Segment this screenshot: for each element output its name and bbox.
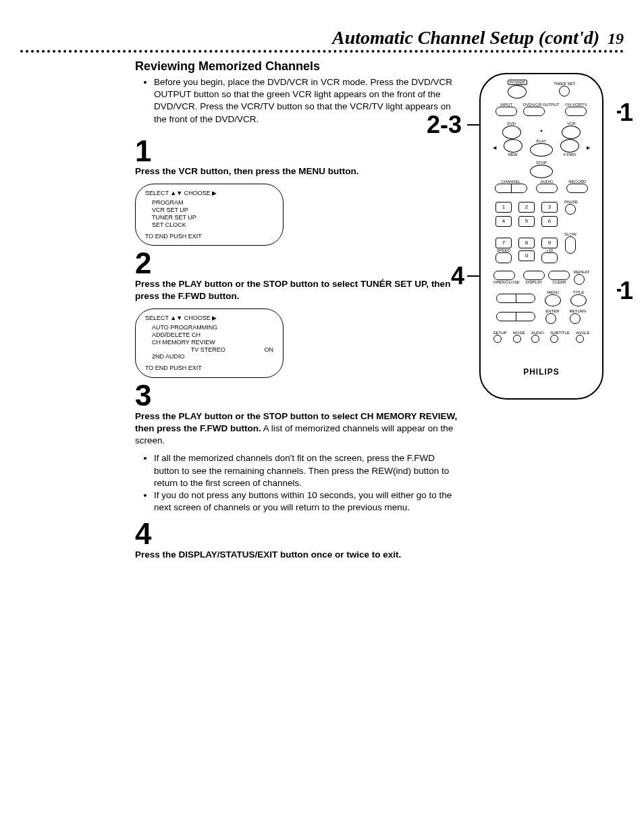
page-title: Automatic Channel Setup (cont'd) (332, 27, 599, 48)
audio2-label: AUDIO (531, 331, 544, 335)
remote-brand: PHILIPS (481, 367, 602, 377)
menu2-item: 2ND AUDIO (152, 353, 273, 360)
t: F.FWD (200, 423, 227, 433)
num-3: 3 (541, 202, 558, 213)
repeat-button (574, 274, 585, 285)
intro-bullets: Before you begin, place the DVD/VCR in V… (135, 76, 459, 126)
t: PLAY (179, 411, 203, 421)
step3-bullet: If you do not press any buttons within 1… (154, 489, 459, 514)
repeat-label: REPEAT (574, 270, 590, 274)
page-header: Automatic Channel Setup (cont'd) 19 (20, 27, 624, 49)
num-4: 4 (495, 216, 512, 227)
t: button once or twice to exit. (277, 549, 401, 560)
step-2-text: Press the PLAY button or the STOP button… (135, 278, 459, 302)
enter-label: ENTER (545, 309, 559, 313)
return-button (570, 313, 581, 324)
step3-bullet: If all the memorized channels don't fit … (154, 452, 459, 489)
t: then press the (135, 423, 200, 433)
output-label: DVD/VCR OUTPUT (523, 103, 559, 107)
val: ON (264, 346, 273, 354)
speed-label: SPEED (495, 248, 512, 252)
t: button or the (202, 279, 263, 289)
speed-button (495, 252, 512, 263)
num-7: 7 (495, 238, 512, 248)
title-label: TITLE (570, 290, 587, 294)
num-9: 9 (541, 238, 558, 248)
nav-pill-1 (496, 294, 535, 303)
title-button (570, 294, 587, 306)
t: Press the (135, 411, 179, 421)
step-3-bullets: If all the memorized channels don't fit … (135, 452, 459, 514)
remote-diagram: POWER TIMER SET INPUT DVD/VCR OUTPUT ON … (479, 73, 603, 400)
main-column: Reviewing Memorized Channels Before you … (135, 59, 459, 566)
callout-4: 4 (451, 262, 464, 290)
t: Press the (135, 549, 179, 560)
step-3-text: Press the PLAY button or the STOP button… (135, 410, 459, 448)
step-4-number: 4 (135, 520, 459, 547)
t: DISPLAY/STATUS/EXIT (179, 549, 278, 560)
record-label: RECORD (566, 180, 588, 184)
dvd-label: DVD (502, 122, 521, 126)
power-button (508, 85, 527, 99)
setup-button (493, 335, 502, 343)
menu2-item: ADD/DELETE CH (152, 331, 273, 339)
menu2-footer: TO END PUSH EXIT (145, 364, 273, 372)
t: PLAY (179, 279, 203, 289)
menu2-item: AUTO PROGRAMMING (152, 324, 273, 331)
menu-label: MENU (545, 290, 561, 294)
rew-button (504, 139, 522, 153)
step-4-text: Press the DISPLAY/STATUS/EXIT button onc… (135, 549, 459, 561)
output-button (523, 107, 545, 116)
menu1-items: PROGRAM VCR SET UP TUNER SET UP SET CLOC… (145, 199, 273, 228)
display-label: DISPLAY (523, 280, 545, 284)
menu2-item: TV STEREO ON (152, 346, 273, 354)
t: Press the (135, 279, 179, 289)
record-button (566, 184, 588, 193)
step-1-text: Press the VCR button, then press the MEN… (135, 165, 459, 178)
menu2-header: SELECT ▲▼ CHOOSE ▶ (145, 315, 273, 322)
menu2-item: CH MEMORY REVIEW (152, 339, 273, 346)
t: F.FWD (178, 291, 206, 301)
num-8: 8 (518, 238, 535, 248)
audio-button (536, 184, 558, 193)
t: button to select (288, 279, 360, 289)
display-button (523, 271, 545, 280)
audio2-button (531, 335, 539, 343)
menu-screen-1: SELECT ▲▼ CHOOSE ▶ PROGRAM VCR SET UP TU… (135, 184, 284, 246)
menu1-item: TUNER SET UP (152, 214, 273, 221)
clear-button (548, 271, 570, 280)
vcrtv-button (565, 107, 587, 116)
menu-screen-2: SELECT ▲▼ CHOOSE ▶ AUTO PROGRAMMING ADD/… (135, 308, 284, 379)
intro-bullet-item: Before you begin, place the DVD/VCR in V… (154, 76, 459, 126)
rew-label: REW (504, 153, 522, 157)
ffwd-button (560, 139, 579, 153)
audio-label: AUDIO (536, 180, 558, 184)
input-button (495, 107, 517, 116)
vcr-button (562, 126, 581, 139)
t: STOP (263, 279, 288, 289)
menu2-items: AUTO PROGRAMMING ADD/DELETE CH CH MEMORY… (145, 324, 273, 360)
num-0: 0 (518, 250, 535, 261)
dvd-button (502, 126, 521, 139)
subtitle-button (550, 335, 558, 343)
t: TUNÉR SET UP, (360, 279, 429, 289)
stop-button (530, 165, 553, 178)
angle-label: ANGLE (576, 331, 589, 335)
menu-button (545, 294, 561, 306)
nav-pill-2 (496, 312, 535, 321)
setup-label: SETUP (493, 331, 507, 335)
t: button. (227, 423, 261, 433)
play-button (530, 143, 553, 157)
vcr-label: VCR (562, 122, 581, 126)
angle-button (576, 335, 584, 343)
power-label: POWER (508, 80, 527, 85)
pause-label: PAUSE (564, 200, 576, 204)
menu1-header: SELECT ▲▼ CHOOSE ▶ (145, 190, 273, 197)
menu1-item: PROGRAM (152, 199, 273, 207)
plus10-button (541, 252, 558, 263)
enter-button (545, 313, 556, 324)
step-2-number: 2 (135, 250, 459, 277)
vcrtv-label: ON VCR/TV (565, 103, 587, 107)
num-5: 5 (518, 216, 535, 227)
slow-label: SLOW (564, 232, 576, 236)
